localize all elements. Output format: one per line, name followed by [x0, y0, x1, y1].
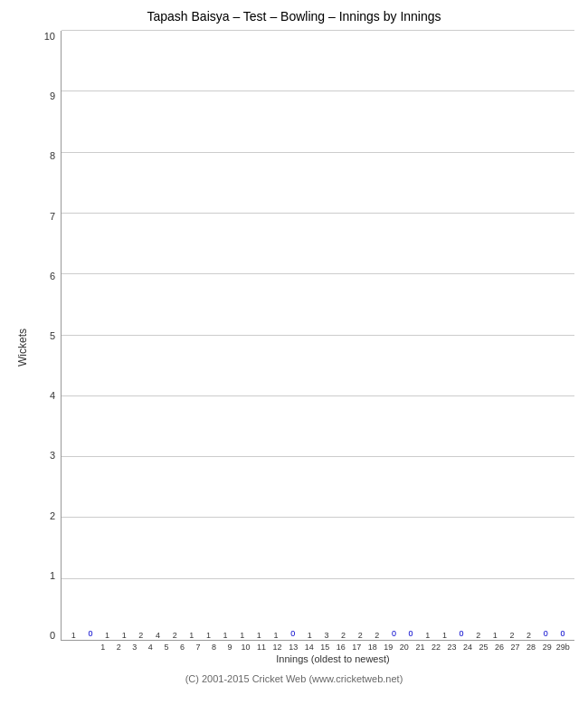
x-tick: 5 [158, 643, 175, 652]
bar-value-label: 2 [358, 632, 363, 640]
bar-value-label: 2 [375, 632, 379, 640]
x-tick: 6 [175, 643, 191, 652]
bar-value-label: 2 [476, 632, 480, 640]
x-tick: 13 [285, 643, 301, 652]
x-tick: 10 [238, 643, 254, 652]
bar-value-label: 1 [223, 632, 228, 640]
bar-value-label: 4 [156, 632, 160, 640]
bar-value-label: 1 [240, 632, 244, 640]
y-tick: 8 [50, 150, 55, 161]
bar-value-label: 3 [324, 632, 328, 640]
x-tick: 14 [301, 643, 318, 652]
bar-value-label: 1 [257, 632, 261, 640]
x-tick: 22 [428, 643, 444, 652]
bar-value-label: 1 [189, 632, 194, 640]
x-tick: 19 [381, 643, 397, 652]
x-axis-area: 1234567891011121314151617181920212223242… [91, 641, 574, 664]
bar-zero-label: 0 [409, 629, 413, 638]
x-tick: 17 [349, 643, 365, 652]
bar-value-label: 1 [273, 632, 278, 640]
x-tick: 11 [253, 643, 270, 652]
bar-value-label: 1 [122, 632, 127, 640]
bar-value-label: 2 [341, 632, 346, 640]
x-tick: 7 [190, 643, 206, 652]
bar-value-label: 2 [509, 632, 514, 640]
bar-zero-label: 0 [460, 629, 464, 638]
x-tick: 12 [270, 643, 286, 652]
x-tick: 2 [111, 643, 128, 652]
bar-value-label: 1 [425, 632, 430, 640]
graph-inner: 101124211111101322200110212200 [61, 31, 574, 641]
bar-zero-label: 0 [290, 629, 295, 638]
x-tick: 25 [476, 643, 492, 652]
chart-area: Wickets 109876543210 1011242111111013222… [14, 31, 574, 664]
y-tick: 2 [50, 510, 55, 521]
x-tick: 27 [507, 643, 524, 652]
y-tick: 10 [44, 31, 55, 42]
y-tick: 3 [50, 450, 55, 461]
x-tick: 16 [333, 643, 349, 652]
y-ticks: 109876543210 [35, 31, 61, 641]
bar-value-label: 1 [71, 632, 76, 640]
bar-value-label: 2 [173, 632, 177, 640]
chart-container: Tapash Baisya – Test – Bowling – Innings… [0, 0, 588, 724]
bar-value-label: 1 [206, 632, 211, 640]
x-tick: 24 [460, 643, 476, 652]
x-tick: 21 [413, 643, 429, 652]
bar-value-label: 1 [493, 632, 498, 640]
chart-title: Tapash Baisya – Test – Bowling – Innings… [147, 9, 441, 24]
x-tick: 1 [95, 643, 111, 652]
x-ticks: 1234567891011121314151617181920212223242… [91, 641, 574, 652]
x-tick: 28 [523, 643, 539, 652]
bar-value-label: 1 [105, 632, 109, 640]
bar-value-label: 2 [138, 632, 143, 640]
y-tick: 9 [50, 90, 55, 101]
y-tick: 4 [50, 390, 55, 401]
y-tick: 5 [50, 330, 55, 341]
x-tick: 29 [539, 643, 555, 652]
x-axis-label: Innings (oldest to newest) [91, 653, 574, 664]
x-tick: 8 [206, 643, 223, 652]
x-tick: 26 [491, 643, 507, 652]
x-tick: 29b [555, 643, 571, 652]
x-tick: 18 [365, 643, 381, 652]
bar-value-label: 2 [526, 632, 531, 640]
bar-zero-label: 0 [544, 629, 548, 638]
y-tick: 0 [50, 630, 55, 641]
bar-zero-label: 0 [392, 629, 396, 638]
bars-area: 101124211111101322200110212200 [62, 31, 574, 640]
x-tick: 23 [444, 643, 460, 652]
x-tick: 15 [317, 643, 333, 652]
footer: (C) 2001-2015 Cricket Web (www.cricketwe… [185, 673, 403, 684]
bar-value-label: 1 [442, 632, 447, 640]
bar-value-label: 1 [308, 632, 312, 640]
plot-area: 109876543210 101124211111101322200110212… [35, 31, 574, 664]
y-tick: 6 [50, 271, 55, 281]
x-tick: 20 [396, 643, 413, 652]
graph-and-yaxis: 109876543210 101124211111101322200110212… [35, 31, 574, 641]
y-tick: 1 [50, 570, 55, 581]
y-axis-label: Wickets [14, 31, 32, 664]
y-tick: 7 [50, 211, 55, 222]
bar-zero-label: 0 [88, 629, 92, 638]
x-tick: 3 [127, 643, 143, 652]
x-tick: 4 [143, 643, 159, 652]
bar-zero-label: 0 [560, 629, 564, 638]
x-tick: 9 [222, 643, 238, 652]
